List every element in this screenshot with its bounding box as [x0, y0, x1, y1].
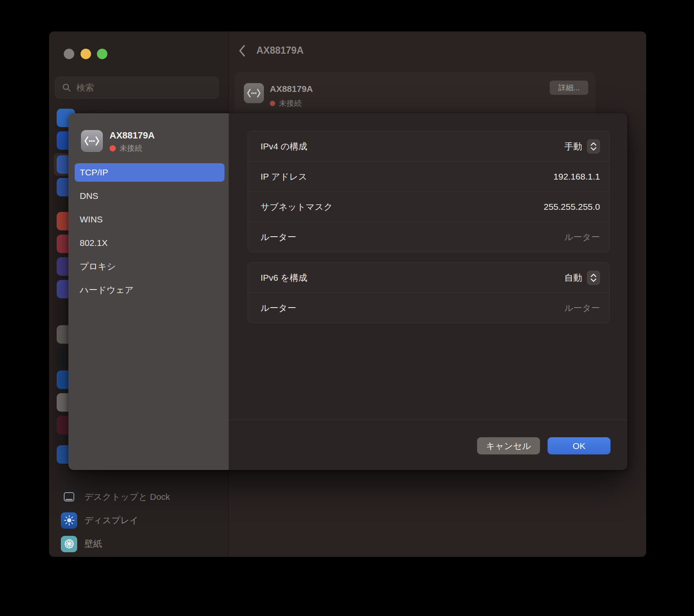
ipv6-config-stepper[interactable]: [587, 271, 600, 285]
page-title: AX88179A: [256, 45, 304, 56]
ipv4-settings-group: IPv4 の構成 手動 IP アドレス 192.168.1.1: [248, 131, 610, 252]
chevron-up-down-icon: [590, 142, 597, 151]
device-status: 未接続: [270, 98, 302, 108]
sidebar-item-desktop-dock[interactable]: デスクトップと Dock: [49, 486, 228, 507]
tab-hardware[interactable]: ハードウェア: [75, 281, 224, 299]
details-button[interactable]: 詳細...: [550, 81, 588, 95]
minimize-window-button[interactable]: [81, 49, 91, 59]
ipv6-router-field[interactable]: ルーター: [564, 302, 600, 314]
back-button[interactable]: [234, 42, 250, 60]
screen: 検索 デスクトップと Dock: [0, 0, 694, 616]
ethernet-adapter-icon: [244, 83, 264, 103]
dialog-content: IPv4 の構成 手動 IP アドレス 192.168.1.1: [229, 113, 627, 470]
network-settings-dialog: AX88179A 未接続 TCP/IP DNS WINS 802.1X プロキシ…: [68, 113, 627, 470]
ipv6-config-value: 自動: [564, 272, 582, 284]
dialog-device-name: AX88179A: [110, 130, 155, 141]
dialog-nav: TCP/IP DNS WINS 802.1X プロキシ ハードウェア: [68, 163, 229, 304]
display-icon: [61, 512, 77, 529]
tab-dns[interactable]: DNS: [75, 187, 224, 205]
ok-button[interactable]: OK: [548, 437, 611, 454]
search-icon: [62, 83, 71, 92]
tab-proxy[interactable]: プロキシ: [75, 257, 224, 276]
tab-wins[interactable]: WINS: [75, 210, 224, 229]
device-name: AX88179A: [270, 84, 313, 94]
device-card: AX88179A 未接続 詳細...: [235, 72, 595, 116]
search-input[interactable]: 検索: [55, 77, 219, 99]
ipv4-config-row: IPv4 の構成 手動: [248, 131, 609, 161]
ethernet-adapter-icon: [81, 130, 103, 152]
zoom-window-button[interactable]: [97, 49, 107, 59]
wallpaper-icon: [61, 536, 77, 552]
subnet-mask-field[interactable]: 255.255.255.0: [544, 202, 600, 212]
sidebar-item-display[interactable]: ディスプレイ: [49, 510, 228, 531]
ip-address-field[interactable]: 192.168.1.1: [553, 172, 600, 182]
ip-address-row: IP アドレス 192.168.1.1: [248, 161, 609, 191]
ipv4-router-row: ルーター ルーター: [248, 222, 609, 252]
desktop-dock-icon: [61, 489, 77, 505]
ipv4-config-stepper[interactable]: [587, 139, 600, 154]
status-dot: [270, 101, 275, 106]
chevron-left-icon: [238, 44, 246, 57]
dialog-sidebar: AX88179A 未接続 TCP/IP DNS WINS 802.1X プロキシ…: [68, 113, 229, 470]
cancel-button[interactable]: キャンセル: [477, 437, 540, 454]
ipv6-router-row: ルーター ルーター: [248, 292, 609, 323]
ipv6-settings-group: IPv6 を構成 自動 ルーター ルーター: [248, 262, 610, 323]
search-placeholder: 検索: [76, 82, 94, 94]
chevron-up-down-icon: [590, 273, 597, 282]
status-dot: [110, 145, 116, 151]
close-window-button[interactable]: [64, 49, 74, 59]
tab-tcp-ip[interactable]: TCP/IP: [75, 163, 224, 182]
ipv6-config-row: IPv6 を構成 自動: [248, 263, 609, 292]
dialog-device-header: AX88179A 未接続: [81, 130, 155, 153]
dialog-footer-divider: [229, 420, 627, 420]
ipv4-router-field[interactable]: ルーター: [564, 231, 600, 243]
ipv4-config-value: 手動: [564, 141, 582, 152]
sidebar-item-wallpaper[interactable]: 壁紙: [49, 533, 228, 554]
tab-802-1x[interactable]: 802.1X: [75, 234, 224, 252]
subnet-mask-row: サブネットマスク 255.255.255.0: [248, 191, 609, 222]
dialog-device-status: 未接続: [110, 143, 155, 153]
